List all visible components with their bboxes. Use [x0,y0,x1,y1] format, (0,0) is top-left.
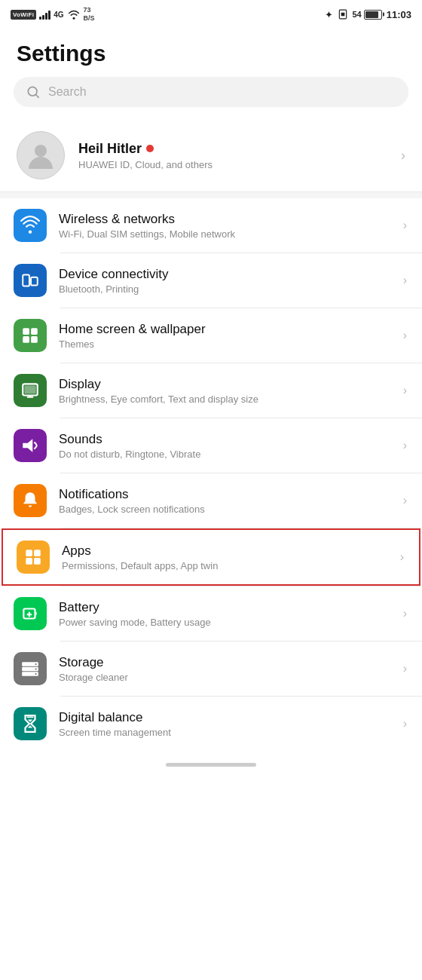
svg-rect-4 [23,274,29,286]
homescreen-text: Home screen & wallpaper Themes [59,322,391,350]
wifi-icon [20,216,40,235]
storage-icon [20,659,40,678]
svg-point-3 [35,145,47,157]
homescreen-title: Home screen & wallpaper [59,322,391,337]
settings-item-device[interactable]: Device connectivity Bluetooth, Printing … [0,253,422,308]
notifications-text: Notifications Badges, Lock screen notifi… [59,487,391,515]
svg-rect-14 [26,550,32,556]
device-subtitle: Bluetooth, Printing [59,283,391,295]
battery-settings-icon [20,604,40,623]
notifications-subtitle: Badges, Lock screen notifications [59,504,391,515]
vowifi-label: VoWiFi [11,10,36,20]
settings-item-homescreen[interactable]: Home screen & wallpaper Themes › [0,308,422,363]
digitalbalance-chevron: › [403,717,407,730]
svg-rect-12 [24,386,35,394]
display-chevron: › [403,384,407,397]
settings-item-apps[interactable]: Apps Permissions, Default apps, App twin… [2,528,420,586]
network-type: 4G [54,11,63,19]
sounds-icon-box [14,429,47,462]
settings-item-notifications[interactable]: Notifications Badges, Lock screen notifi… [0,473,422,528]
bell-icon [20,491,40,510]
battery-icon [364,10,382,20]
display-subtitle: Brightness, Eye comfort, Text and displa… [59,394,391,405]
svg-rect-9 [23,336,29,343]
digitalbalance-title: Digital balance [59,710,391,725]
svg-rect-10 [31,336,38,343]
profile-section[interactable]: Heil Hitler HUAWEI ID, Cloud, and others… [0,119,422,192]
hourglass-icon [20,714,40,733]
apps-icon-box [17,541,50,574]
sounds-text: Sounds Do not disturb, Ringtone, Vibrate [59,432,391,460]
profile-info: Heil Hitler HUAWEI ID, Cloud, and others [78,141,387,170]
battery-text: Battery Power saving mode, Battery usage [59,600,391,628]
settings-item-wireless[interactable]: Wireless & networks Wi-Fi, Dual SIM sett… [0,198,422,253]
settings-item-display[interactable]: Display Brightness, Eye comfort, Text an… [0,363,422,418]
svg-rect-17 [34,558,41,565]
home-bar [166,763,256,767]
avatar [17,131,65,179]
sound-icon [20,436,40,455]
svg-rect-16 [26,558,32,565]
battery-subtitle: Power saving mode, Battery usage [59,617,391,628]
notifications-chevron: › [403,494,407,507]
svg-rect-15 [34,550,41,556]
digitalbalance-text: Digital balance Screen time management [59,710,391,738]
clock: 11:03 [387,9,411,20]
svg-point-23 [35,663,37,665]
search-bar[interactable]: Search [14,77,408,107]
device-icon-box [14,264,47,297]
profile-name: Heil Hitler [78,141,142,157]
speed-label: 73B/S [84,6,95,23]
profile-subtitle: HUAWEI ID, Cloud, and others [78,159,387,170]
device-text: Device connectivity Bluetooth, Printing [59,267,391,295]
settings-item-storage[interactable]: Storage Storage cleaner › [0,642,422,696]
search-icon [26,84,41,100]
settings-list: Wireless & networks Wi-Fi, Dual SIM sett… [0,198,422,751]
wireless-title: Wireless & networks [59,212,391,227]
storage-text: Storage Storage cleaner [59,655,391,683]
page-title: Settings [0,27,422,77]
settings-item-sounds[interactable]: Sounds Do not disturb, Ringtone, Vibrate… [0,418,422,473]
bluetooth-icon: ✦ [325,9,333,20]
avatar-person-icon [26,140,56,170]
settings-item-battery[interactable]: Battery Power saving mode, Battery usage… [0,586,422,641]
wifi-status-icon [67,9,81,20]
sounds-subtitle: Do not disturb, Ringtone, Vibrate [59,449,391,460]
digitalbalance-subtitle: Screen time management [59,727,391,738]
storage-chevron: › [403,662,407,675]
apps-subtitle: Permissions, Default apps, App twin [62,560,388,571]
svg-rect-7 [23,328,29,335]
sim-icon [338,9,348,20]
sounds-title: Sounds [59,432,391,447]
settings-item-digitalbalance[interactable]: Digital balance Screen time management › [0,697,422,751]
home-indicator [0,751,422,774]
status-bar: VoWiFi 4G 73B/S ✦ 54 11:03 [0,0,422,27]
battery-indicator: 54 [353,10,382,20]
apps-text: Apps Permissions, Default apps, App twin [62,544,388,571]
svg-point-25 [35,673,37,675]
apps-grid-icon [23,547,43,567]
battery-icon-box [14,597,47,630]
notifications-title: Notifications [59,487,391,502]
status-right: ✦ 54 11:03 [325,9,412,20]
search-placeholder: Search [48,85,87,99]
apps-chevron: › [400,550,404,564]
svg-rect-1 [341,13,344,17]
online-indicator [146,145,154,152]
wireless-text: Wireless & networks Wi-Fi, Dual SIM sett… [59,212,391,240]
profile-chevron-icon: › [401,148,405,164]
apps-title: Apps [62,544,388,559]
homescreen-chevron: › [403,329,407,342]
battery-percent: 54 [353,10,362,19]
storage-icon-box [14,652,47,685]
display-icon-box [14,374,47,407]
device-chevron: › [403,274,407,287]
device-title: Device connectivity [59,267,391,282]
svg-rect-19 [35,612,37,615]
wireless-icon-box [14,209,47,242]
homescreen-icon-box [14,319,47,352]
svg-rect-5 [31,277,38,286]
display-icon [20,381,40,400]
status-left: VoWiFi 4G 73B/S [11,6,95,23]
svg-rect-8 [31,328,38,335]
